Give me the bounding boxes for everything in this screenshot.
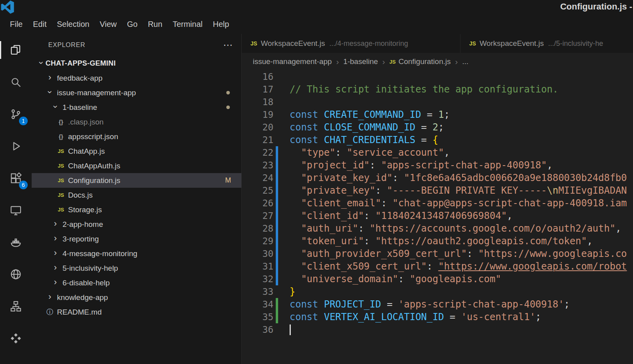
- line-number[interactable]: 16: [242, 72, 273, 82]
- gutter: [276, 70, 278, 83]
- activity-globe[interactable]: [0, 258, 32, 290]
- activity-diamonds[interactable]: [0, 322, 32, 354]
- chevron-right-icon[interactable]: [51, 264, 60, 273]
- menu-item-help[interactable]: Help: [208, 20, 234, 29]
- chevron-right-icon[interactable]: [51, 279, 60, 287]
- code-line[interactable]: 33}: [242, 285, 633, 298]
- line-number[interactable]: 26: [242, 198, 273, 208]
- tree-item-feedback-app[interactable]: feedback-app: [32, 71, 241, 85]
- code-area[interactable]: 1617// This script initiates the app con…: [242, 70, 633, 364]
- line-number[interactable]: 31: [242, 261, 273, 272]
- code-text: const PROJECT_ID = 'apps-script-chat-app…: [278, 299, 570, 310]
- line-number[interactable]: 33: [242, 287, 273, 297]
- code-line[interactable]: 23 "project_id": "apps-script-chat-app-4…: [242, 159, 633, 172]
- activity-hierarchy[interactable]: [0, 290, 32, 322]
- code-line[interactable]: 20const CLOSE_COMMAND_ID = 2;: [242, 121, 633, 134]
- code-line[interactable]: 32 "universe_domain": "googleapis.com": [242, 273, 633, 285]
- code-line[interactable]: 28 "auth_uri": "https://accounts.google.…: [242, 222, 633, 235]
- tree-item-chatappauth-js[interactable]: JSChatAppAuth.js: [32, 158, 241, 173]
- activity-source-control[interactable]: 1: [0, 98, 32, 130]
- menu-item-terminal[interactable]: Terminal: [167, 20, 208, 29]
- tree-item-appsscript-json[interactable]: {}appsscript.json: [32, 129, 241, 144]
- chevron-right-icon[interactable]: [45, 74, 54, 83]
- line-number[interactable]: 32: [242, 274, 273, 284]
- activity-remote-explorer[interactable]: [0, 194, 32, 226]
- chevron-right-icon[interactable]: [51, 235, 60, 243]
- code-token: // This script initiates the app configu…: [290, 84, 558, 95]
- tab-1-workspaceevent-js[interactable]: JSWorkspaceEvent.js.../4-message-monitor…: [242, 34, 461, 53]
- line-number[interactable]: 35: [242, 312, 273, 322]
- menu-item-go[interactable]: Go: [122, 20, 143, 29]
- line-number[interactable]: 28: [242, 223, 273, 234]
- line-number[interactable]: 20: [242, 122, 273, 132]
- code-line[interactable]: 25 "private_key": "-----BEGIN PRIVATE KE…: [242, 184, 633, 197]
- line-number[interactable]: 34: [242, 299, 273, 309]
- line-number[interactable]: 30: [242, 249, 273, 259]
- line-number[interactable]: 19: [242, 109, 273, 120]
- line-number[interactable]: 36: [242, 324, 273, 335]
- tree-item-readme-md[interactable]: ⓘREADME.md: [32, 305, 241, 319]
- line-number[interactable]: 29: [242, 236, 273, 246]
- line-number[interactable]: 22: [242, 147, 273, 158]
- code-line[interactable]: 24 "private_key_id": "1fc8e6a465adbc0066…: [242, 172, 633, 184]
- code-line[interactable]: 31 "client_x509_cert_url": "https://www.…: [242, 260, 633, 273]
- code-line[interactable]: 18: [242, 96, 633, 108]
- code-line[interactable]: 34const PROJECT_ID = 'apps-script-chat-a…: [242, 298, 633, 311]
- tab-2-workspaceevent-js[interactable]: JSWorkspaceEvent.js.../5-inclusivity-he: [461, 34, 633, 53]
- breadcrumb-1-baseline[interactable]: 1-baseline: [343, 57, 378, 66]
- chevron-down-icon[interactable]: [45, 89, 54, 97]
- code-line[interactable]: 30 "auth_provider_x509_cert_url": "https…: [242, 247, 633, 260]
- code-line[interactable]: 22 "type": "service_account",: [242, 146, 633, 159]
- breadcrumb-configuration-js[interactable]: JSConfiguration.js: [389, 57, 451, 66]
- tree-item-chatapp-js[interactable]: JSChatApp.js: [32, 144, 241, 158]
- tree-item-5-inclusivity-help[interactable]: 5-inclusivity-help: [32, 261, 241, 275]
- activity-explorer[interactable]: [0, 34, 32, 66]
- menu-item-view[interactable]: View: [95, 20, 122, 29]
- code-line[interactable]: 17// This script initiates the app confi…: [242, 83, 633, 96]
- line-number[interactable]: 25: [242, 185, 273, 196]
- code-line[interactable]: 36: [242, 323, 633, 336]
- tree-item-1-baseline[interactable]: 1-baseline: [32, 100, 241, 115]
- code-line[interactable]: 35const VERTEX_AI_LOCATION_ID = 'us-cent…: [242, 311, 633, 323]
- breadcrumb-[interactable]: ...: [462, 57, 468, 66]
- line-number[interactable]: 24: [242, 173, 273, 183]
- tree-item-2-app-home[interactable]: 2-app-home: [32, 217, 241, 232]
- more-actions-icon[interactable]: ⋯: [223, 40, 233, 51]
- tab-description: .../4-message-monitoring: [329, 40, 408, 48]
- tree-item-3-reporting[interactable]: 3-reporting: [32, 232, 241, 246]
- line-number[interactable]: 23: [242, 160, 273, 170]
- chevron-right-icon[interactable]: [51, 249, 60, 258]
- menu-item-run[interactable]: Run: [143, 20, 168, 29]
- tree-item-4-message-monitoring[interactable]: 4-message-monitoring: [32, 246, 241, 261]
- chevron-right-icon[interactable]: [51, 220, 60, 229]
- line-number[interactable]: 18: [242, 97, 273, 107]
- menu-item-selection[interactable]: Selection: [52, 20, 95, 29]
- chevron-right-icon[interactable]: [45, 293, 54, 302]
- tree-item-docs-js[interactable]: JSDocs.js: [32, 188, 241, 202]
- code-token: [318, 109, 324, 120]
- tree-item-configuration-js[interactable]: JSConfiguration.jsM: [32, 173, 241, 188]
- code-line[interactable]: 27 "client_id": "118402413487406969804",: [242, 209, 633, 222]
- tree-item-issue-management-app[interactable]: issue-management-app: [32, 85, 241, 100]
- line-number[interactable]: 17: [242, 84, 273, 94]
- breadcrumb-issue-management-app[interactable]: issue-management-app: [253, 57, 332, 66]
- line-number[interactable]: 27: [242, 211, 273, 221]
- code-line[interactable]: 19const CREATE_COMMAND_ID = 1;: [242, 108, 633, 121]
- line-number[interactable]: 21: [242, 135, 273, 145]
- tree-item-storage-js[interactable]: JSStorage.js: [32, 202, 241, 217]
- tree-item-clasp-json[interactable]: {}.clasp.json: [32, 115, 241, 129]
- code-line[interactable]: 21const CHAT_CREDENTIALS = {: [242, 134, 633, 146]
- activity-search[interactable]: [0, 66, 32, 98]
- tree-item-knowledge-app[interactable]: knowledge-app: [32, 290, 241, 305]
- menu-item-edit[interactable]: Edit: [28, 20, 51, 29]
- code-line[interactable]: 16: [242, 70, 633, 83]
- code-line[interactable]: 29 "token_uri": "https://oauth2.googleap…: [242, 235, 633, 247]
- code-line[interactable]: 26 "client_email": "chat-app@apps-script…: [242, 197, 633, 209]
- activity-run-debug[interactable]: [0, 130, 32, 162]
- tree-item-6-disable-help[interactable]: 6-disable-help: [32, 275, 241, 290]
- menu-item-file[interactable]: File: [5, 20, 28, 29]
- tree-root-chat-apps-gemini[interactable]: CHAT-APPS-GEMINI: [32, 56, 241, 71]
- activity-extensions[interactable]: 6: [0, 162, 32, 194]
- chevron-down-icon[interactable]: [51, 103, 60, 112]
- activity-docker[interactable]: [0, 226, 32, 258]
